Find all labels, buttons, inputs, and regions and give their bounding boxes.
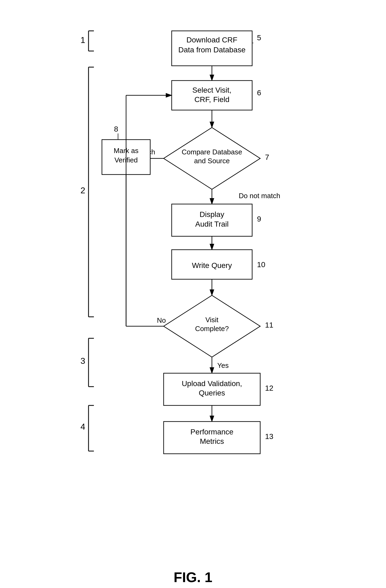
node-select-visit-text1: Select Visit, [192,86,231,94]
node-11-label: 11 [265,321,273,329]
node-7-label: 7 [265,153,269,161]
node-write-query-text: Write Query [192,261,232,270]
node-visit-complete-text1: Visit [205,316,218,324]
node-compare-db-text2: and Source [194,157,230,165]
bracket-4-label: 4 [80,422,85,431]
node-10-label: 10 [257,260,265,269]
node-performance-metrics-text2: Metrics [200,437,224,445]
node-visit-complete-text2: Complete? [195,325,229,333]
flowchart-svg: 1 2 3 4 Download CRF Data from Database … [72,16,314,548]
bracket-1-label: 1 [80,35,85,45]
node-performance-metrics-text1: Performance [190,428,233,436]
no-match-label: Do not match [239,192,280,200]
bracket-2-label: 2 [80,186,85,195]
node-download-crf-text1: Download CRF [186,36,237,44]
node-5-label: 5 [257,34,261,42]
node-13-label: 13 [265,432,273,441]
node-upload-validation-text1: Upload Validation, [182,379,242,388]
node-download-crf-text2: Data from Database [178,46,245,54]
bracket-3-label: 3 [80,356,85,366]
node-display-audit-text1: Display [200,210,224,219]
node-display-audit-text2: Audit Trail [195,220,229,228]
fig-label: FIG. 1 [174,569,212,585]
yes-label: Yes [217,361,229,369]
diagram-area: 1 2 3 4 Download CRF Data from Database … [72,16,314,548]
node-8-label: 8 [114,125,118,133]
page-container: 1 2 3 4 Download CRF Data from Database … [0,0,386,588]
node-12-label: 12 [265,384,273,392]
no-label: No [157,316,166,324]
node-9-label: 9 [257,215,261,223]
node-select-visit-text2: CRF, Field [194,95,229,104]
node-upload-validation-text2: Queries [198,389,225,397]
node-6-label: 6 [257,89,261,97]
node-compare-db-text1: Compare Database [182,148,242,156]
